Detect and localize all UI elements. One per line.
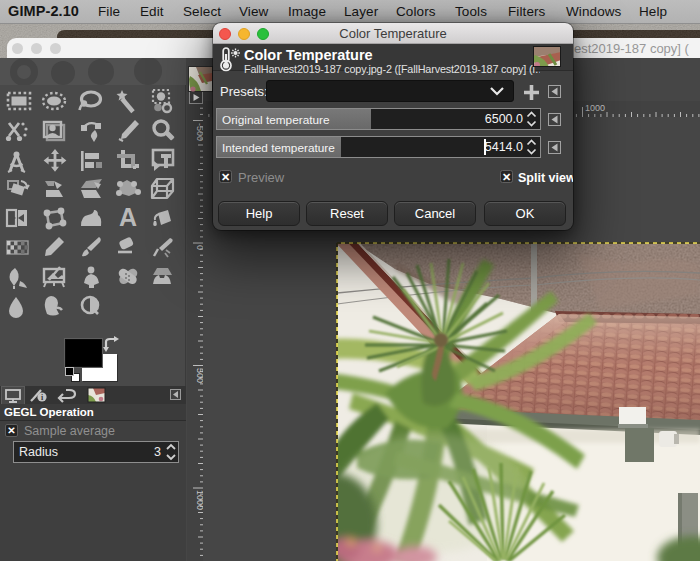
svg-text:1000: 1000 [585, 103, 605, 113]
svg-text:1000: 1000 [195, 490, 203, 510]
svg-text:-500: -500 [195, 123, 203, 141]
svg-text:500: 500 [195, 368, 203, 383]
svg-text:0: 0 [195, 245, 203, 250]
svg-text:A: A [119, 203, 137, 231]
